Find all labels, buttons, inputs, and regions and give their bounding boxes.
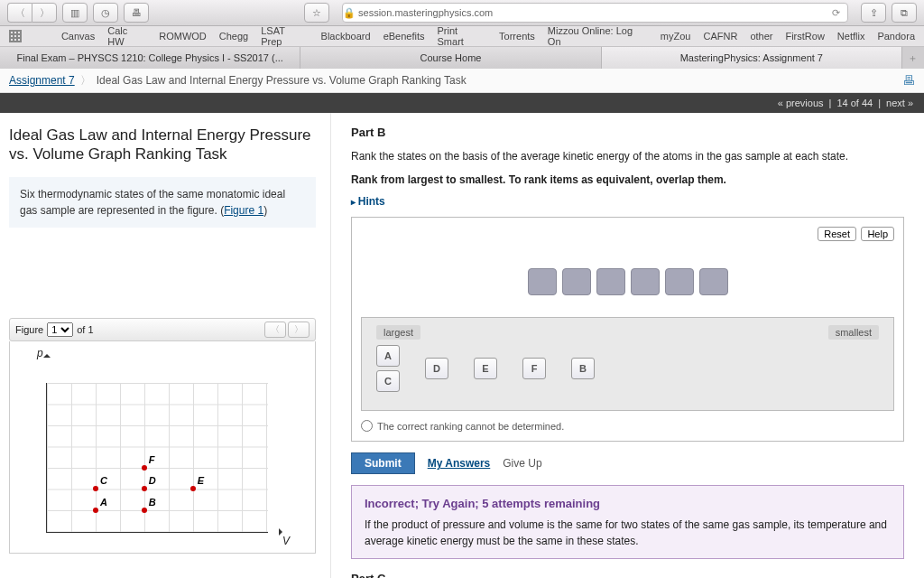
bookmark-item[interactable]: Mizzou Online: Log On [548,25,648,47]
grid-lines [47,383,268,532]
tile-b[interactable]: B [571,358,595,379]
chevron-right-icon: 〉 [80,73,91,89]
bookmark-item[interactable]: CAFNR [703,31,737,42]
figure-dropdown[interactable]: 1 [47,322,73,337]
point-a: A [93,508,98,513]
feedback-box: Incorrect; Try Again; 5 attempts remaini… [351,485,904,559]
reset-button[interactable]: Reset [818,227,856,241]
point-c: C [93,486,98,491]
bookmark-item[interactable]: other [750,31,772,42]
figure-next-button[interactable]: 〉 [288,322,310,338]
intro-text-end: ) [263,204,267,217]
bookmark-item[interactable]: Chegg [219,31,248,42]
bookmark-item[interactable]: Pandora [877,31,915,42]
pool-tile[interactable] [699,268,728,295]
bookmark-item[interactable]: myZou [661,31,691,42]
pool-tile[interactable] [596,268,625,295]
tile-d[interactable]: D [425,358,448,379]
figure-link[interactable]: Figure 1 [224,204,263,217]
tile-f[interactable]: F [522,358,546,379]
item-pool [361,268,894,295]
tile-c[interactable]: C [376,370,400,392]
bookmark-item[interactable]: Print Smart [438,25,487,47]
page-title: Ideal Gas Law and Internal Energy Pressu… [9,126,316,164]
y-axis-label: p [37,347,43,359]
share-button[interactable]: ⇪ [861,3,886,23]
reload-icon[interactable]: ⟳ [832,7,840,19]
pool-tile[interactable] [665,268,694,295]
submit-button[interactable]: Submit [351,452,415,474]
bookmark-item[interactable]: LSAT Prep [261,25,308,47]
bookmark-item[interactable]: Canvas [61,31,95,42]
bookmark-button[interactable]: ☆ [304,3,329,23]
bookmark-item[interactable]: ROMWOD [159,31,207,42]
pool-tile[interactable] [631,268,660,295]
breadcrumb: Assignment 7 〉 Ideal Gas Law and Interna… [0,69,924,93]
print-icon[interactable]: 🖶 [902,73,915,88]
history-button[interactable]: ◷ [93,3,118,23]
item-nav: « previous | 14 of 44 | next » [0,93,924,113]
pool-tile[interactable] [528,268,557,295]
new-tab-button[interactable]: ＋ [902,47,924,69]
intro-box: Six thermodynamic states of the same mon… [9,177,316,228]
help-button[interactable]: Help [861,227,894,241]
tab-final-exam[interactable]: Final Exam – PHYSCS 1210: College Physic… [0,47,300,69]
bookmark-item[interactable]: Netflix [837,31,865,42]
question-text: Rank the states on the basis of the aver… [351,148,904,164]
tab-assignment[interactable]: MasteringPhysics: Assignment 7 [602,47,902,69]
cannot-determine-radio[interactable] [361,420,373,432]
bookmark-item[interactable]: eBenefits [383,31,425,42]
x-axis-label: V [282,535,290,547]
back-button[interactable]: 〈 [7,3,32,23]
position-label: 14 of 44 [836,98,873,108]
submit-row: Submit My Answers Give Up [351,452,904,474]
largest-label: largest [376,325,420,340]
smallest-label: smallest [828,325,879,340]
give-up-link[interactable]: Give Up [503,457,541,470]
bookmark-item[interactable]: Torrents [499,31,535,42]
left-column: Ideal Gas Law and Internal Energy Pressu… [0,113,331,578]
ranking-widget: Reset Help largest smallest A [351,217,904,442]
tile-a[interactable]: A [376,345,400,367]
browser-toolbar: 〈 〉 ▥ ◷ 🖶 ☆ 🔒 session.masteringphysics.c… [0,0,924,26]
instruction-text: Rank from largest to smallest. To rank i… [351,172,904,188]
figure-selector: Figure 1 of 1 〈 〉 [9,318,316,341]
tabs-button[interactable]: ⧉ [892,3,917,23]
figure-canvas: p V A B C D E F [9,341,316,554]
part-c-header: Part C [351,572,904,579]
point-e: E [190,486,196,491]
figure-of: of 1 [77,324,93,335]
point-f: F [142,465,147,471]
feedback-heading: Incorrect; Try Again; 5 attempts remaini… [365,495,891,513]
cannot-determine-label: The correct ranking cannot be determined… [377,421,564,432]
feedback-body: If the product of pressure and volume is… [365,517,891,549]
pool-tile[interactable] [562,268,591,295]
figure-prev-button[interactable]: 〈 [264,322,286,338]
ranking-area[interactable]: largest smallest A C D E F B [361,317,894,411]
pv-graph: A B C D E F [46,383,268,533]
bookmark-item[interactable]: Blackboard [321,31,371,42]
lock-icon: 🔒 [343,7,356,19]
breadcrumb-link[interactable]: Assignment 7 [9,74,75,87]
tab-course-home[interactable]: Course Home [300,47,601,69]
hints-toggle[interactable]: Hints [351,195,904,208]
url-bar[interactable]: 🔒 session.masteringphysics.com ⟳ [342,3,848,23]
tile-e[interactable]: E [474,358,497,379]
point-d: D [142,486,147,491]
cannot-determine-row: The correct ranking cannot be determined… [361,420,894,432]
part-b-header: Part B [351,126,904,139]
url-text: session.masteringphysics.com [358,7,493,18]
print-button[interactable]: 🖶 [124,3,149,23]
my-answers-link[interactable]: My Answers [428,457,491,470]
sidebar-button[interactable]: ▥ [62,3,88,23]
prev-link[interactable]: « previous [778,98,824,108]
forward-button[interactable]: 〉 [32,3,57,23]
bookmark-item[interactable]: Calc HW [107,25,146,47]
nav-back-forward: 〈 〉 [7,3,57,23]
apps-icon[interactable] [9,30,22,42]
browser-tabs: Final Exam – PHYSCS 1210: College Physic… [0,47,924,69]
next-link[interactable]: next » [886,98,913,108]
breadcrumb-current: Ideal Gas Law and Internal Energy Pressu… [97,74,467,87]
bookmark-item[interactable]: FirstRow [785,31,824,42]
point-b: B [142,508,147,513]
